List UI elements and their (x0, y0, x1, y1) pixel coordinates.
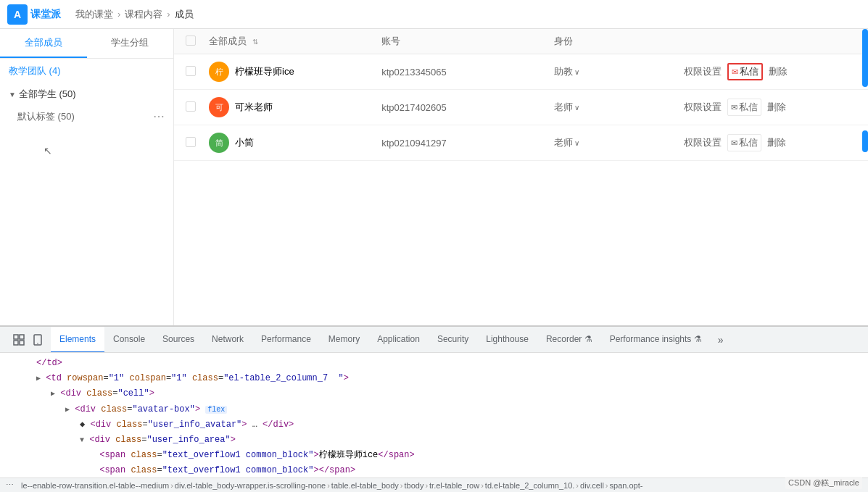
code-line-8: <span class="text_overflow1 common_block… (0, 463, 868, 478)
inspector-icon[interactable] (12, 333, 26, 347)
content-panel: 全部成员 ⇅ 账号 身份 柠 柠檬班导师ice ktp021 (174, 29, 868, 325)
code-line-6: ▼ <div class="user_info_area"> (0, 433, 868, 448)
tab-network[interactable]: Network (203, 327, 252, 353)
table-row: 柠 柠檬班导师ice ktp0213345065 助教 ∨ 权限设置 ✉ 私信 … (174, 54, 868, 90)
svg-rect-1 (20, 335, 24, 339)
sidebar: 全部成员 学生分组 教学团队 (4) ▼ 全部学生 (50) 默认标签 (50)… (0, 29, 174, 325)
row2-name: 可 可米老师 (209, 97, 381, 117)
header-col-role: 身份 (554, 35, 684, 48)
right-scrollbar-2[interactable] (862, 130, 868, 152)
breadcrumb: 我的课堂 › 课程内容 › 成员 (75, 8, 194, 21)
breadcrumb-item-1[interactable]: 我的课堂 (75, 8, 113, 21)
svg-point-5 (37, 343, 38, 344)
tab-application[interactable]: Application (368, 327, 429, 353)
dom-path: le--enable-row-transition.el-table--medi… (21, 481, 642, 490)
row1-message-btn[interactable]: ✉ 私信 (727, 63, 763, 80)
devtools-bottom-bar: ⋯ le--enable-row-transition.el-table--me… (0, 478, 868, 492)
svg-rect-2 (14, 341, 18, 345)
row1-actions: 权限设置 ✉ 私信 删除 (684, 63, 856, 80)
bottom-dots[interactable]: ⋯ (6, 480, 14, 490)
sidebar-default-label[interactable]: 默认标签 (50) ⋯ (0, 105, 173, 128)
row2-checkbox[interactable] (186, 101, 196, 112)
row2-role-arrow[interactable]: ∨ (574, 104, 579, 112)
path-item-3[interactable]: table.el-table_body (331, 481, 399, 490)
svg-rect-0 (14, 335, 18, 339)
logo-text: 课堂派 (30, 8, 61, 21)
row1-avatar: 柠 (209, 62, 229, 82)
row2-avatar: 可 (209, 97, 229, 117)
right-scrollbar-1[interactable] (862, 29, 868, 87)
path-item-8[interactable]: span.opt- (610, 481, 643, 490)
tab-memory[interactable]: Memory (320, 327, 368, 353)
row2-account: ktp0217402605 (381, 102, 554, 113)
select-all-checkbox[interactable] (186, 36, 196, 46)
row3-role-arrow[interactable]: ∨ (574, 139, 579, 147)
row1-name: 柠 柠檬班导师ice (209, 62, 381, 82)
sidebar-tab-group[interactable]: 学生分组 (87, 29, 174, 58)
breadcrumb-sep-2: › (167, 9, 170, 20)
sidebar-tabs: 全部成员 学生分组 (0, 29, 173, 59)
path-item-5[interactable]: tr.el-table_row (429, 481, 479, 490)
devtools-code-area: </td> ▶ <td rowspan="1" colspan="1" clas… (0, 353, 868, 478)
html-code: </td> ▶ <td rowspan="1" colspan="1" clas… (0, 353, 868, 478)
path-item-7[interactable]: div.cell (580, 481, 604, 490)
row1-check (186, 66, 209, 78)
row3-delete-btn[interactable]: 删除 (767, 136, 786, 149)
sidebar-tab-all[interactable]: 全部成员 (0, 29, 87, 58)
row1-checkbox[interactable] (186, 66, 196, 76)
path-item-2[interactable]: div.el-table_body-wrapper.is-scrolling-n… (175, 481, 326, 490)
tab-lighthouse[interactable]: Lighthouse (477, 327, 537, 353)
table-header: 全部成员 ⇅ 账号 身份 (174, 29, 868, 54)
device-icon[interactable] (30, 333, 45, 347)
row1-account: ktp0213345065 (381, 67, 554, 78)
row2-actions: 权限设置 ✉ 私信 删除 (684, 99, 856, 116)
sort-icon: ⇅ (252, 38, 258, 46)
row1-role-arrow[interactable]: ∨ (574, 68, 579, 76)
main-area: 全部成员 学生分组 教学团队 (4) ▼ 全部学生 (50) 默认标签 (50)… (0, 29, 868, 325)
path-item-6[interactable]: td.el-table_2_column_10. (485, 481, 575, 490)
svg-rect-3 (20, 341, 24, 345)
tab-performance[interactable]: Performance (252, 327, 320, 353)
top-bar: A 课堂派 我的课堂 › 课程内容 › 成员 ↖ (0, 0, 868, 29)
row1-permission-btn[interactable]: 权限设置 (684, 65, 722, 78)
expand-triangle: ▼ (9, 91, 16, 99)
table-row: 简 小简 ktp0210941297 老师 ∨ 权限设置 ✉ 私信 删除 (174, 125, 868, 161)
code-line-5: ◆ <div class="user_info_avatar"> … </div… (0, 417, 868, 433)
header-col-name: 全部成员 ⇅ (209, 35, 381, 48)
sidebar-teacher-group[interactable]: 教学团队 (4) (0, 59, 173, 83)
header-check (186, 36, 209, 48)
more-tabs-icon[interactable]: » (714, 333, 728, 347)
code-line-3: ▶ <div class="cell"> (0, 386, 868, 401)
tab-console[interactable]: Console (104, 327, 154, 353)
breadcrumb-item-3: 成员 (175, 8, 194, 21)
breadcrumb-item-2[interactable]: 课程内容 (125, 8, 162, 21)
logo: A 课堂派 (7, 4, 61, 25)
path-item-1[interactable]: le--enable-row-transition.el-table--medi… (21, 481, 169, 490)
sidebar-all-students-section[interactable]: ▼ 全部学生 (50) (0, 83, 173, 105)
row1-delete-btn[interactable]: 删除 (769, 65, 788, 78)
cursor-icon: ↖ (44, 145, 52, 157)
row3-actions: 权限设置 ✉ 私信 删除 (684, 134, 856, 151)
breadcrumb-sep-1: › (117, 9, 120, 20)
tab-recorder[interactable]: Recorder ⚗ (537, 327, 601, 353)
row3-check (186, 137, 209, 149)
tab-elements[interactable]: Elements (51, 327, 104, 353)
devtools-icon-buttons (6, 333, 51, 347)
tab-sources[interactable]: Sources (154, 327, 203, 353)
code-line-4: ▶ <div class="avatar-box"> flex (0, 402, 868, 417)
row2-role: 老师 ∨ (554, 101, 684, 114)
devtools-panel: Elements Console Sources Network Perform… (0, 325, 868, 492)
row1-role: 助教 ∨ (554, 65, 684, 78)
tab-perf-insights[interactable]: Performance insights ⚗ (601, 327, 711, 353)
row3-name: 简 小简 (209, 133, 381, 153)
row3-message-btn[interactable]: ✉ 私信 (727, 134, 761, 151)
row2-message-btn[interactable]: ✉ 私信 (727, 99, 761, 116)
row3-checkbox[interactable] (186, 137, 196, 147)
row2-permission-btn[interactable]: 权限设置 (684, 101, 722, 114)
tab-security[interactable]: Security (429, 327, 477, 353)
row2-delete-btn[interactable]: 删除 (767, 101, 786, 114)
path-item-4[interactable]: tbody (404, 481, 423, 490)
more-icon[interactable]: ⋯ (153, 109, 165, 123)
row3-avatar: 简 (209, 133, 229, 153)
row3-permission-btn[interactable]: 权限设置 (684, 136, 722, 149)
